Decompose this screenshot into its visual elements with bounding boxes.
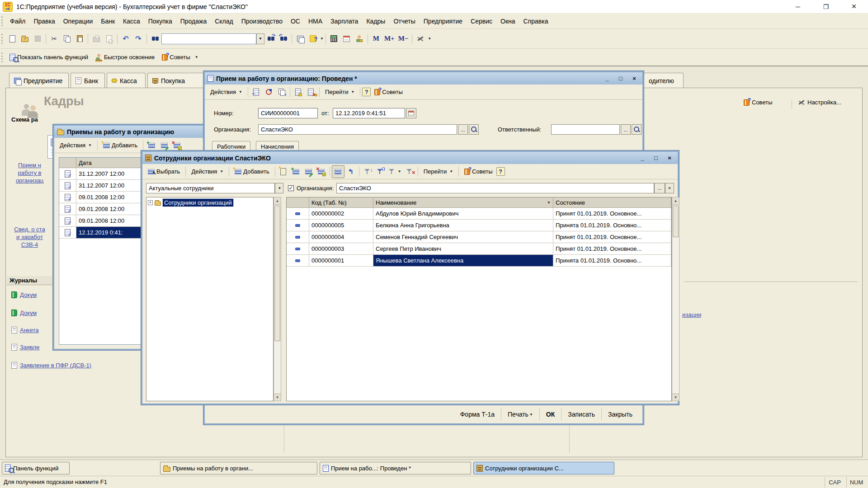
actions-menu-button[interactable]: Действия▼ [56,139,95,152]
journal-link[interactable]: Заявле [11,344,40,351]
icon-column-header[interactable] [59,158,76,168]
close-button[interactable]: × [840,0,868,14]
taskbar-function-panel[interactable]: Панель функций [2,462,70,474]
kadry-tips-button[interactable]: Советы [744,99,772,106]
tips-button[interactable]: Советы [461,165,496,178]
help-button[interactable]: ? [362,88,371,96]
sort-button[interactable]: ↕ [361,165,374,178]
search-input[interactable] [161,33,256,44]
help-button[interactable]: ? [496,167,505,176]
menu-sale[interactable]: Продажа [176,16,211,27]
table-row-selected[interactable]: 0000000001 Янышева Светлана Алексеевна П… [287,255,671,267]
menu-bank[interactable]: Банк [97,16,119,27]
menu-kassa[interactable]: Касса [119,16,144,27]
filter-by-value-button[interactable] [374,165,387,178]
ok-button[interactable]: ОК [539,408,561,420]
menu-edit[interactable]: Правка [29,16,59,27]
kadry-settings-button[interactable]: Настройка... [798,99,841,106]
organization-more-button[interactable]: ... [458,124,468,135]
undo-button[interactable]: ↶ [119,33,132,45]
unpost-document-button[interactable]: × [305,86,317,99]
find-button[interactable] [149,33,161,45]
chevron-down-icon[interactable]: ▼ [320,37,324,41]
refresh-button[interactable] [263,86,275,99]
scroll-thumb[interactable] [274,206,280,341]
goto-menu-button[interactable]: Перейти▼ [321,86,358,99]
journal-link[interactable]: Анкета [11,327,39,333]
table-scrollbar[interactable]: ▲ ▼ [672,197,679,401]
menu-help[interactable]: Справка [519,16,552,27]
menu-enterprise[interactable]: Предприятие [420,16,467,27]
maximize-button[interactable]: ❐ [812,0,840,14]
find-prev-button[interactable]: ↶ [277,33,290,45]
sotrudniki-title-bar[interactable]: Сотрудники организации СластиЭКО _ □ × [142,152,678,164]
table-row[interactable]: 0000000004 Семенов Геннадий Сергеевич Пр… [287,231,671,243]
number-field[interactable]: СИИ00000001 [258,108,318,118]
organization-more-button[interactable]: ... [654,183,665,193]
open-button[interactable]: ↑ [19,33,31,45]
menu-service[interactable]: Сервис [467,16,496,27]
organization-checkbox[interactable]: ✓ [288,185,294,191]
table-row[interactable]: 0000000003 Сергеев Петр Иванович Принят … [287,243,671,255]
tab-kassa[interactable]: Касса [107,73,146,88]
cut-button[interactable]: ✂ [48,33,61,45]
delete-row-button[interactable]: ×✓ [170,139,183,152]
icon-column-header[interactable] [287,197,309,207]
close-button[interactable]: × [664,154,675,162]
edit-row-button[interactable] [158,139,170,152]
insert-row-button[interactable]: + [145,139,158,152]
service-settings-button[interactable] [414,33,427,45]
scroll-up-icon[interactable]: ▲ [274,197,281,205]
move-to-group-button[interactable]: ↰ [344,165,357,178]
tips-button[interactable]: Советы [371,86,406,99]
maximize-button[interactable]: □ [615,74,626,83]
journal-link[interactable]: Заявление в ПФР (ДСВ-1) [11,362,91,369]
calendar-button[interactable] [340,33,353,45]
organization-search-button[interactable] [469,124,479,135]
tips-button[interactable]: Советы [158,51,193,64]
organization-field[interactable]: СластиЭКО [258,124,457,135]
menu-production[interactable]: Производство [237,16,287,27]
priem-title-bar[interactable]: Прием на работу в организацию: Проведен … [205,72,642,84]
sidebar-link-szv[interactable]: Свед. о ста и заработ СЗВ-4 [7,225,52,249]
help-1c-button[interactable] [307,33,319,45]
add-button[interactable]: * Добавить [231,165,273,178]
responsible-more-button[interactable]: ... [621,124,631,135]
scroll-down-icon[interactable]: ▼ [274,394,281,401]
tree-expander-icon[interactable]: + [148,200,153,205]
print-preview-button[interactable]: ◯ [103,33,115,45]
responsible-field[interactable] [551,124,620,135]
menu-warehouse[interactable]: Склад [211,16,237,27]
clear-filter-button[interactable]: × [403,165,416,178]
save-button[interactable] [31,33,44,45]
close-button[interactable]: × [629,74,640,83]
new-document-button[interactable] [6,33,19,45]
taskbar-priemy-window[interactable]: Приемы на работу в органи... [160,462,317,474]
search-dropdown-button[interactable]: ▼ [256,33,264,44]
hierarchy-view-button[interactable] [332,165,344,178]
menu-os[interactable]: ОС [287,16,304,27]
reread-button[interactable]: ← [250,86,263,99]
delete-row-button[interactable]: ×✓ [315,165,328,178]
temp-block-button[interactable] [353,33,366,45]
scroll-thumb[interactable] [673,206,679,237]
print-button[interactable] [90,33,103,45]
scroll-down-icon[interactable]: ▼ [672,394,679,401]
select-button[interactable]: ↖ Выбрать [144,165,184,178]
menu-kadry[interactable]: Кадры [362,16,389,27]
find-next-button[interactable]: ↷ [264,33,277,45]
responsible-search-button[interactable] [632,124,642,135]
goto-menu-button[interactable]: Перейти▼ [420,165,457,178]
chevron-down-icon[interactable]: ▼ [428,37,431,41]
show-function-panel-button[interactable]: Показать панель функций [6,51,92,64]
menu-windows[interactable]: Окна [496,16,519,27]
organization-clear-button[interactable]: × [665,183,674,193]
tab-purchase[interactable]: Покупка [147,73,204,88]
menu-file[interactable]: Файл [6,16,29,27]
post-document-button[interactable] [292,86,305,99]
paste-button[interactable] [73,33,86,45]
form-t1a-button[interactable]: Форма Т-1а [454,408,501,420]
right-link-fragment[interactable]: изации [682,311,701,318]
tab-enterprise[interactable]: Предприятие [9,73,69,88]
actions-menu-button[interactable]: Действия▼ [207,86,246,99]
